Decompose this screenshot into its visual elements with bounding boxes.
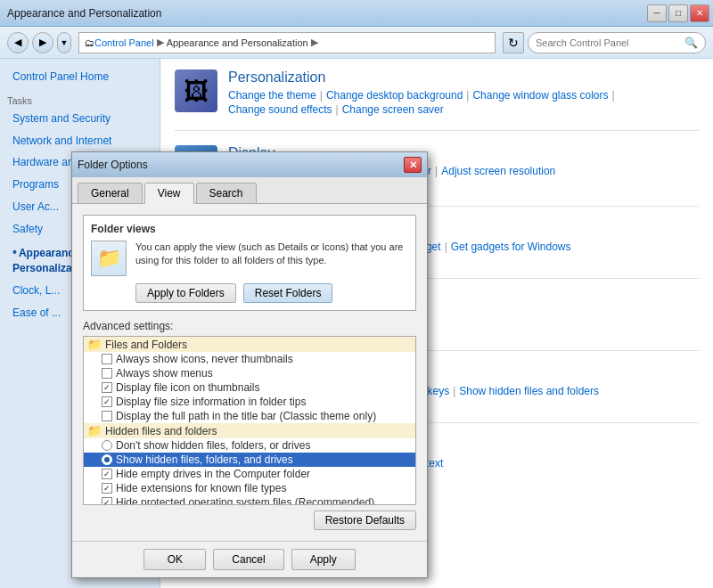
personalization-content: Personalization Change the theme | Chang… <box>228 69 699 116</box>
advanced-settings-tree[interactable]: 📁 Files and Folders Always show icons, n… <box>83 336 416 505</box>
folder-views-box: Folder views 📁 You can apply the view (s… <box>83 215 416 311</box>
cb-file-icon-thumb[interactable] <box>102 382 112 393</box>
dialog-close-button[interactable]: ✕ <box>404 157 422 173</box>
personalization-title: Personalization <box>228 69 699 86</box>
link-screen-res[interactable]: Adjust screen resolution <box>441 165 555 177</box>
folder-options-dialog: Folder Options ✕ General View Search Fol… <box>71 151 428 578</box>
cb-hide-extensions[interactable] <box>102 483 112 494</box>
label-file-size-info: Display file size information in folder … <box>116 396 306 408</box>
label-dont-show: Don't show hidden files, folders, or dri… <box>116 439 310 452</box>
window-title: Appearance and Personalization <box>7 7 161 20</box>
link-change-theme[interactable]: Change the theme <box>228 89 316 102</box>
tab-search[interactable]: Search <box>196 183 257 203</box>
apply-button[interactable]: Apply <box>291 549 356 570</box>
cb-hide-empty-drives[interactable] <box>102 469 112 479</box>
folder-views-title: Folder views <box>91 223 408 235</box>
cb-file-size-info[interactable] <box>102 396 112 407</box>
label-show-hidden: Show hidden files, folders, and drives <box>116 453 293 466</box>
window-controls: ─ □ ✕ <box>647 4 709 22</box>
apply-to-folders-button[interactable]: Apply to Folders <box>135 283 236 303</box>
radio-dont-show[interactable] <box>102 440 112 451</box>
back-button[interactable]: ◀ <box>7 32 29 53</box>
link-window-glass[interactable]: Change window glass colors <box>472 89 608 102</box>
maximize-button[interactable]: □ <box>668 4 688 22</box>
ok-button[interactable]: OK <box>143 549 206 570</box>
tree-hide-protected[interactable]: Hide protected operating system files (R… <box>84 495 415 505</box>
reset-folders-button[interactable]: Reset Folders <box>243 283 333 303</box>
cb-hide-protected[interactable] <box>102 497 112 505</box>
dialog-body: Folder views 📁 You can apply the view (s… <box>72 204 427 541</box>
tree-label-hidden: Hidden files and folders <box>105 425 217 437</box>
personalization-links: Change the theme | Change desktop backgr… <box>228 89 699 116</box>
search-box[interactable]: 🔍 <box>528 32 706 53</box>
label-always-icons: Always show icons, never thumbnails <box>116 353 293 365</box>
toolbar: ◀ ▶ ▼ 🗂 Control Panel ▶ Appearance and P… <box>0 27 713 59</box>
folder-icon: 📁 <box>87 338 102 351</box>
folder-views-content: 📁 You can apply the view (such as Detail… <box>91 241 408 276</box>
restore-defaults-button[interactable]: Restore Defaults <box>314 510 416 530</box>
address-bar[interactable]: 🗂 Control Panel ▶ Appearance and Persona… <box>78 32 496 53</box>
personalization-icon: 🖼 <box>175 69 217 112</box>
personalization-section: 🖼 Personalization Change the theme | Cha… <box>175 69 699 131</box>
label-file-icon-thumb: Display file icon on thumbnails <box>116 381 259 394</box>
tree-file-icon-thumb[interactable]: Display file icon on thumbnails <box>84 380 415 395</box>
tree-always-menus[interactable]: Always show menus <box>84 366 415 380</box>
forward-button[interactable]: ▶ <box>32 32 53 53</box>
refresh-button[interactable]: ↻ <box>503 32 524 53</box>
close-button[interactable]: ✕ <box>690 4 709 22</box>
recent-button[interactable]: ▼ <box>57 32 71 53</box>
tree-show-hidden[interactable]: Show hidden files, folders, and drives <box>84 453 415 467</box>
dialog-tabs: General View Search <box>72 177 427 204</box>
sidebar-item-system[interactable]: System and Security <box>7 108 152 130</box>
label-hide-extensions: Hide extensions for known file types <box>116 482 286 494</box>
cb-always-menus[interactable] <box>102 368 112 379</box>
dialog-footer: OK Cancel Apply <box>72 541 427 577</box>
tab-view[interactable]: View <box>144 183 194 204</box>
link-sound-effects[interactable]: Change sound effects <box>228 103 332 116</box>
advanced-settings-label: Advanced settings: <box>83 320 416 332</box>
link-gadgets-windows[interactable]: Get gadgets for Windows <box>451 241 571 253</box>
tree-full-path[interactable]: Display the full path in the title bar (… <box>84 409 415 423</box>
tree-dont-show-hidden[interactable]: Don't show hidden files, folders, or dri… <box>84 438 415 453</box>
tree-file-size-info[interactable]: Display file size information in folder … <box>84 395 415 409</box>
tab-general[interactable]: General <box>78 183 143 203</box>
titlebar: Appearance and Personalization ─ □ ✕ <box>0 0 713 27</box>
folder-icon-hidden: 📁 <box>87 424 102 437</box>
link-screen-saver[interactable]: Change screen saver <box>342 103 444 116</box>
radio-show-hidden[interactable] <box>102 454 112 465</box>
label-full-path: Display the full path in the title bar (… <box>116 410 376 422</box>
dialog-title: Folder Options <box>78 159 148 171</box>
address-icon: 🗂 <box>85 37 94 48</box>
tree-label-files-folders: Files and Folders <box>105 339 187 351</box>
address-section: Appearance and Personalization <box>167 37 308 48</box>
search-icon: 🔍 <box>684 37 698 49</box>
tree-hidden-files: 📁 Hidden files and folders <box>84 423 415 438</box>
link-desktop-bg[interactable]: Change desktop background <box>326 89 463 102</box>
label-hide-protected: Hide protected operating system files (R… <box>116 496 374 505</box>
label-hide-empty-drives: Hide empty drives in the Computer folder <box>116 468 310 480</box>
tree-files-folders: 📁 Files and Folders <box>84 337 415 352</box>
link-hidden-files[interactable]: Show hidden files and folders <box>459 385 599 397</box>
cb-full-path[interactable] <box>102 411 112 421</box>
label-always-menus: Always show menus <box>116 367 213 380</box>
sidebar-item-network[interactable]: Network and Internet <box>7 130 152 152</box>
tree-hide-extensions[interactable]: Hide extensions for known file types <box>84 481 415 495</box>
tree-always-icons[interactable]: Always show icons, never thumbnails <box>84 352 415 366</box>
minimize-button[interactable]: ─ <box>647 4 667 22</box>
cancel-button[interactable]: Cancel <box>213 549 283 570</box>
folder-icon-preview: 📁 <box>91 241 127 276</box>
folder-views-desc: You can apply the view (such as Details … <box>135 241 408 268</box>
search-input[interactable] <box>536 37 681 48</box>
cb-always-icons[interactable] <box>102 354 112 364</box>
address-cp: Control Panel <box>94 37 154 48</box>
dialog-titlebar: Folder Options ✕ <box>72 152 427 177</box>
tree-hide-empty-drives[interactable]: Hide empty drives in the Computer folder <box>84 467 415 481</box>
sidebar-item-home[interactable]: Control Panel Home <box>7 66 152 88</box>
folder-views-buttons: Apply to Folders Reset Folders <box>91 283 408 303</box>
restore-defaults-row: Restore Defaults <box>83 510 416 530</box>
